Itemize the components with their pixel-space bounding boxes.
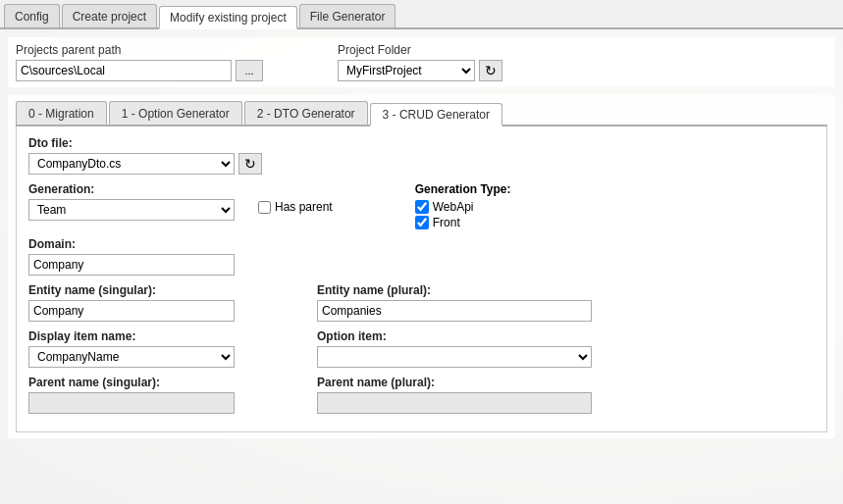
dto-file-label: Dto file: (28, 136, 262, 150)
tab-file-generator[interactable]: File Generator (299, 4, 396, 27)
webapi-label: WebApi (433, 200, 474, 214)
folder-group: Project Folder MyFirstProject ↻ (338, 43, 502, 81)
browse-button[interactable]: ... (236, 60, 263, 81)
inner-tab-crud-generator[interactable]: 3 - CRUD Generator (370, 103, 502, 126)
parent-plural-input[interactable] (317, 392, 592, 414)
parent-plural-label: Parent name (plural): (317, 376, 592, 389)
folder-select[interactable]: MyFirstProject (338, 60, 475, 81)
tab-create-project[interactable]: Create project (62, 4, 157, 27)
entity-singular-col: Entity name (singular): (28, 283, 235, 322)
front-label: Front (433, 216, 460, 229)
dto-file-col: Dto file: CompanyDto.cs ↻ (28, 136, 262, 175)
inner-tab-option-generator[interactable]: 1 - Option Generator (109, 101, 242, 125)
inner-tab-migration[interactable]: 0 - Migration (16, 101, 107, 125)
generation-select[interactable]: Team (28, 199, 235, 221)
entity-row: Entity name (singular): Entity name (plu… (28, 283, 815, 322)
refresh-icon: ↻ (485, 63, 497, 78)
tab-config[interactable]: Config (4, 4, 60, 27)
generation-label: Generation: (28, 182, 235, 196)
tab-modify-existing-project[interactable]: Modify existing project (159, 6, 297, 29)
entity-plural-label: Entity name (plural): (317, 283, 592, 297)
option-item-label: Option item: (317, 329, 592, 343)
dto-file-field-row: CompanyDto.cs ↻ (28, 153, 262, 175)
dto-file-row: Dto file: CompanyDto.cs ↻ (28, 136, 815, 175)
folder-row: MyFirstProject ↻ (338, 60, 502, 81)
front-row: Front (415, 216, 511, 229)
main-content: Projects parent path ... Project Folder … (0, 29, 843, 504)
has-parent-col: Has parent (258, 182, 333, 214)
generation-type-label: Generation Type: (415, 182, 511, 196)
has-parent-label: Has parent (275, 200, 333, 214)
domain-col: Domain: (28, 237, 235, 276)
domain-input[interactable] (28, 254, 235, 276)
option-item-select[interactable] (317, 346, 592, 368)
entity-singular-label: Entity name (singular): (28, 283, 235, 297)
display-item-col: Display item name: CompanyName (28, 329, 235, 368)
inner-tab-bar: 0 - Migration 1 - Option Generator 2 - D… (16, 101, 827, 126)
parent-singular-label: Parent name (singular): (28, 376, 235, 389)
folder-label: Project Folder (338, 43, 502, 57)
path-row: ... (16, 60, 263, 81)
inner-section: 0 - Migration 1 - Option Generator 2 - D… (8, 95, 835, 438)
display-item-select[interactable]: CompanyName (28, 346, 235, 368)
dto-refresh-button[interactable]: ↻ (238, 153, 262, 175)
front-checkbox[interactable] (415, 216, 429, 229)
entity-plural-col: Entity name (plural): (317, 283, 592, 322)
option-item-col: Option item: (317, 329, 592, 368)
main-tab-bar: Config Create project Modify existing pr… (0, 0, 843, 29)
path-group: Projects parent path ... (16, 43, 263, 81)
inner-tab-dto-generator[interactable]: 2 - DTO Generator (244, 101, 368, 125)
webapi-row: WebApi (415, 200, 511, 214)
folder-refresh-button[interactable]: ↻ (479, 60, 502, 81)
display-item-label: Display item name: (28, 329, 235, 343)
path-input[interactable] (16, 60, 232, 81)
parent-singular-col: Parent name (singular): (28, 376, 235, 414)
entity-singular-input[interactable] (28, 300, 235, 322)
entity-plural-input[interactable] (317, 300, 592, 322)
path-label: Projects parent path (16, 43, 263, 57)
parent-plural-col: Parent name (plural): (317, 376, 592, 414)
has-parent-checkbox[interactable] (258, 201, 271, 214)
display-option-row: Display item name: CompanyName Option it… (28, 329, 815, 368)
generation-col: Generation: Team (28, 182, 235, 221)
parent-row: Parent name (singular): Parent name (plu… (28, 376, 815, 414)
domain-row: Domain: (28, 237, 815, 276)
dto-file-select[interactable]: CompanyDto.cs (28, 153, 235, 175)
webapi-checkbox[interactable] (415, 200, 429, 214)
crud-form: Dto file: CompanyDto.cs ↻ Generation: (16, 126, 827, 432)
dto-refresh-icon: ↻ (244, 156, 256, 172)
domain-label: Domain: (28, 237, 235, 251)
parent-singular-input[interactable] (28, 392, 235, 414)
generation-type-col: Generation Type: WebApi Front (415, 182, 511, 229)
top-section: Projects parent path ... Project Folder … (8, 37, 835, 87)
generation-row: Generation: Team Has parent Generation T… (28, 182, 815, 229)
